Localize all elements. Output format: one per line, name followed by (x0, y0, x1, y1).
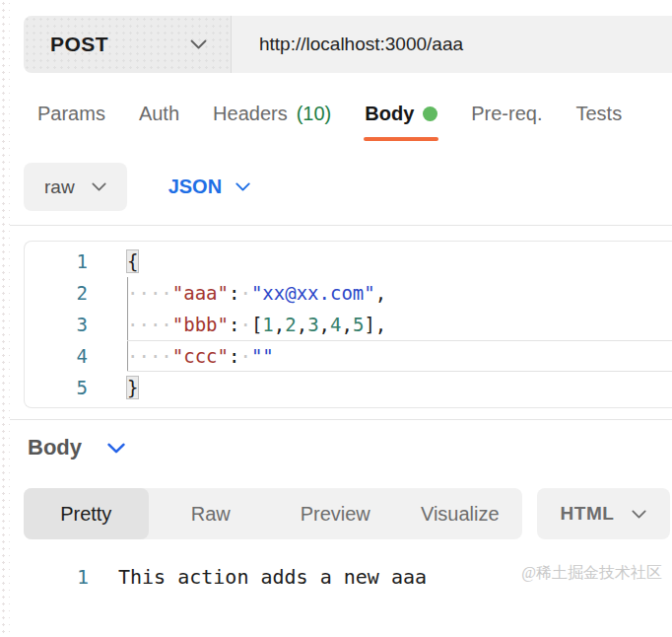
url-bar: POST http://localhost:3000/aaa (24, 16, 672, 73)
body-mode-select[interactable]: raw (24, 163, 127, 211)
tab-params[interactable]: Params (37, 103, 105, 141)
view-tab-raw[interactable]: Raw (149, 488, 274, 539)
response-toolbar: Pretty Raw Preview Visualize HTML (24, 488, 670, 539)
section-divider (10, 419, 672, 420)
editor-line-number: 5 (25, 372, 88, 403)
url-text: http://localhost:3000/aaa (259, 34, 463, 55)
code-token-string: "" (251, 345, 274, 367)
code-token-number: 5 (353, 314, 364, 335)
code-token-punct: [ (251, 314, 262, 335)
tab-label: Tests (576, 103, 623, 125)
tab-label: Auth (139, 103, 179, 125)
code-token-punct: : (229, 345, 239, 367)
url-input[interactable]: http://localhost:3000/aaa (231, 16, 672, 73)
editor-line: 2····"aaa":·"xx@xx.com", (25, 277, 672, 309)
body-type-row: raw JSON (24, 163, 672, 211)
code-token-punct: , (375, 282, 386, 304)
code-token-brace: } (127, 377, 138, 398)
editor-line-content: } (127, 372, 672, 403)
editor-line-content: { (127, 246, 672, 277)
editor-line: 3····"bbb":·[1,2,3,4,5], (25, 309, 672, 340)
chevron-down-icon (632, 510, 646, 519)
view-tab-visualize[interactable]: Visualize (398, 488, 523, 539)
code-token-brace: { (127, 250, 138, 272)
code-token-punct: : (229, 282, 239, 304)
view-tab-pretty[interactable]: Pretty (24, 488, 149, 539)
code-token-key: "bbb" (172, 314, 229, 335)
code-token-number: 2 (285, 314, 296, 335)
editor-line-number: 3 (25, 309, 88, 340)
code-token-ws: ···· (127, 282, 172, 304)
editor-line-number: 4 (25, 340, 88, 372)
response-line-text: This action adds a new aaa (118, 565, 427, 589)
body-format-select[interactable]: JSON (168, 176, 250, 198)
juejin-watermark: @稀土掘金技术社区 (521, 563, 662, 584)
code-token-punct: ] (364, 314, 374, 335)
editor-line-content: ····"bbb":·[1,2,3,4,5], (127, 309, 672, 340)
tab-label: Body (365, 103, 414, 125)
editor-line-number: 1 (25, 246, 88, 277)
section-divider (10, 225, 672, 226)
tab-headers[interactable]: Headers (10) (213, 103, 331, 141)
editor-lines: 1{2····"aaa":·"xx@xx.com",3····"bbb":·[1… (25, 246, 672, 403)
body-filled-dot (423, 106, 437, 121)
request-builder-page: POST http://localhost:3000/aaa Params Au… (0, 16, 672, 589)
body-format-label: JSON (168, 176, 222, 198)
code-token-ws: ···· (127, 314, 172, 335)
response-format-select[interactable]: HTML (537, 488, 670, 539)
code-token-key: "ccc" (172, 345, 229, 367)
view-tab-label: Preview (301, 503, 370, 526)
chevron-down-icon[interactable] (107, 443, 125, 454)
method-label: POST (50, 33, 108, 56)
code-token-number: 3 (307, 314, 318, 335)
chevron-down-icon (235, 182, 250, 191)
tab-label: Pre-req. (471, 103, 542, 125)
code-token-punct: , (342, 314, 353, 335)
chevron-down-icon (92, 182, 106, 191)
tab-label: Params (37, 103, 105, 125)
code-token-punct: , (297, 314, 307, 335)
tab-tests[interactable]: Tests (576, 103, 623, 141)
headers-count-badge: (10) (297, 103, 332, 125)
code-token-punct: , (274, 314, 285, 335)
code-token-punct: , (319, 314, 330, 335)
view-tab-label: Pretty (60, 503, 111, 526)
view-tab-label: Raw (191, 503, 231, 526)
editor-line: 4····"ccc":·"" (25, 340, 672, 372)
code-token-number: 1 (262, 314, 273, 335)
response-view-tabs: Pretty Raw Preview Visualize (24, 488, 522, 539)
code-token-punct: : (229, 314, 239, 335)
tab-label: Headers (213, 103, 288, 125)
code-token-number: 4 (330, 314, 341, 335)
editor-line-content: ····"ccc":·"" (127, 340, 672, 372)
tab-auth[interactable]: Auth (139, 103, 179, 141)
tab-body[interactable]: Body (365, 103, 437, 141)
editor-line: 5} (25, 372, 672, 403)
chevron-down-icon (190, 39, 207, 49)
request-body-editor[interactable]: 1{2····"aaa":·"xx@xx.com",3····"bbb":·[1… (24, 241, 672, 408)
code-token-key: "aaa" (172, 282, 229, 304)
request-tabs: Params Auth Headers (10) Body Pre-req. T… (37, 103, 672, 150)
view-tab-preview[interactable]: Preview (273, 488, 398, 539)
editor-line: 1{ (25, 246, 672, 277)
view-tab-label: Visualize (421, 503, 500, 526)
tab-pre-req[interactable]: Pre-req. (471, 103, 542, 141)
editor-line-content: ····"aaa":·"xx@xx.com", (127, 277, 672, 309)
body-mode-label: raw (44, 177, 75, 198)
response-section-header: Body (28, 435, 672, 460)
response-body-label: Body (28, 435, 82, 460)
response-format-label: HTML (561, 503, 615, 525)
method-select[interactable]: POST (24, 16, 231, 73)
active-tab-underline (364, 137, 438, 141)
editor-line-number: 2 (25, 277, 88, 309)
response-line-number: 1 (24, 565, 89, 589)
code-token-ws: ···· (127, 345, 172, 367)
code-token-string: "xx@xx.com" (251, 282, 375, 304)
code-token-punct: , (375, 314, 386, 335)
code-token-ws: · (239, 282, 250, 304)
code-token-ws: · (239, 345, 250, 367)
code-token-ws: · (239, 314, 250, 335)
